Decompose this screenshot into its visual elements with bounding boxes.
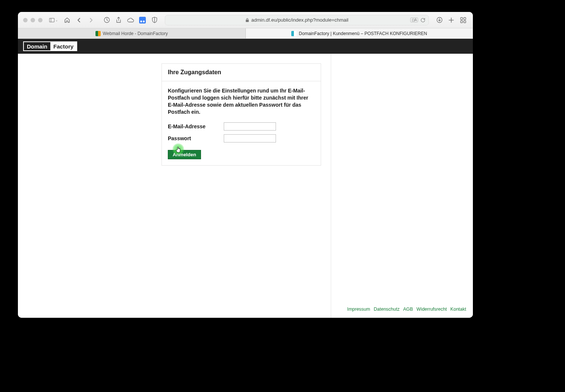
favicon-icon — [291, 31, 296, 36]
url-text: admin.df.eu/public/index.php?module=chma… — [251, 17, 349, 23]
svg-rect-3 — [246, 20, 249, 22]
login-card: Ihre Zugangsdaten Konfigurieren Sie die … — [161, 63, 321, 166]
email-label: E-Mail-Adresse — [168, 123, 224, 129]
tab-bar: Webmail Horde - DomainFactory DomainFact… — [18, 28, 473, 39]
reload-button[interactable] — [420, 18, 426, 23]
svg-rect-8 — [464, 21, 466, 23]
intro-text: Konfigurieren Sie die Einstellungen rund… — [168, 87, 315, 116]
lock-icon — [245, 18, 249, 22]
logo[interactable]: Domain Factory — [23, 41, 77, 51]
browser-window: ⌄ — [18, 12, 473, 318]
forward-button[interactable] — [87, 16, 95, 25]
tab-webmail[interactable]: Webmail Horde - DomainFactory — [18, 28, 246, 38]
email-row: E-Mail-Adresse — [168, 122, 315, 131]
favicon-icon — [95, 31, 101, 36]
privacy-shield-button[interactable] — [150, 16, 159, 25]
new-tab-button[interactable] — [447, 16, 456, 25]
svg-rect-7 — [461, 21, 463, 23]
page-header: Domain Factory — [18, 39, 473, 54]
login-button[interactable]: Anmelden — [168, 150, 201, 159]
password-row: Passwort — [168, 134, 315, 142]
divider — [331, 54, 331, 318]
browser-toolbar: ⌄ — [18, 12, 473, 28]
footer-link-agb[interactable]: AGB — [403, 307, 413, 312]
footer-link-kontakt[interactable]: Kontakt — [451, 307, 466, 312]
tab-label: DomainFactory | Kundenmenü – POSTFACH KO… — [299, 31, 427, 36]
footer-link-datenschutz[interactable]: Datenschutz — [374, 307, 399, 312]
page-body: Ihre Zugangsdaten Konfigurieren Sie die … — [18, 54, 473, 318]
tab-domainfactory[interactable]: DomainFactory | Kundenmenü – POSTFACH KO… — [246, 28, 473, 38]
tab-label: Webmail Horde - DomainFactory — [103, 31, 168, 36]
close-window-button[interactable] — [23, 18, 28, 22]
logo-right: Factory — [50, 42, 76, 50]
logo-left: Domain — [24, 42, 50, 50]
chevron-down-icon: ⌄ — [55, 18, 58, 22]
password-label: Passwort — [168, 135, 224, 141]
sidebar-toggle-button[interactable]: ⌄ — [49, 16, 58, 25]
window-controls — [23, 18, 43, 22]
zoom-window-button[interactable] — [38, 18, 43, 22]
email-input[interactable] — [224, 122, 276, 131]
share-button[interactable] — [114, 16, 123, 25]
password-input[interactable] — [224, 134, 276, 142]
page-footer: Impressum Datenschutz AGB Widerrufsrecht… — [345, 307, 466, 312]
tab-overview-button[interactable] — [459, 16, 468, 25]
page-content: Domain Factory Ihre Zugangsdaten Konfigu… — [18, 39, 473, 318]
footer-link-widerrufsrecht[interactable]: Widerrufsrecht — [417, 307, 447, 312]
minimize-window-button[interactable] — [31, 18, 35, 22]
svg-rect-5 — [461, 18, 463, 20]
address-bar[interactable]: admin.df.eu/public/index.php?module=chma… — [165, 15, 429, 25]
footer-link-impressum[interactable]: Impressum — [347, 307, 370, 312]
home-button[interactable] — [63, 16, 72, 25]
card-title: Ihre Zugangsdaten — [162, 64, 321, 81]
history-button[interactable] — [102, 16, 111, 25]
svg-rect-6 — [464, 18, 466, 20]
cloud-button[interactable] — [126, 16, 135, 25]
back-button[interactable] — [75, 16, 84, 25]
downloads-button[interactable] — [435, 16, 444, 25]
translate-icon[interactable]: ⊡A — [410, 18, 418, 22]
svg-rect-0 — [49, 18, 54, 22]
app-icon[interactable] — [138, 16, 147, 25]
